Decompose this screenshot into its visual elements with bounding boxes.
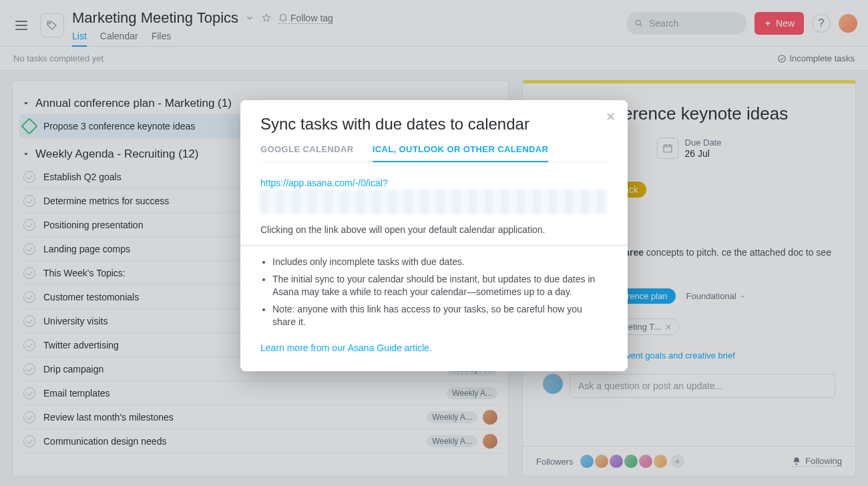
modal-tab-google[interactable]: GOOGLE CALENDAR — [260, 144, 354, 162]
close-icon[interactable]: ✕ — [606, 109, 616, 124]
modal-bullet-list: Includes only incomplete tasks with due … — [272, 256, 608, 329]
guide-article-link[interactable]: Learn more from our Asana Guide article. — [260, 342, 432, 353]
ical-url-link[interactable]: https://app.asana.com/-/0/ical? — [260, 178, 608, 188]
modal-bullet: Includes only incomplete tasks with due … — [272, 256, 608, 269]
modal-bullet: The initial sync to your calendar should… — [272, 273, 608, 299]
modal-explainer: Clicking on the link above will open you… — [260, 224, 608, 235]
ical-token-obscured — [260, 190, 608, 214]
modal-tab-ical[interactable]: ICAL, OUTLOOK OR OTHER CALENDAR — [373, 144, 549, 162]
sync-calendar-modal: ✕ Sync tasks with due dates to calendar … — [240, 100, 628, 371]
modal-bullet: Note: anyone with this link has access t… — [272, 303, 608, 329]
modal-tabs: GOOGLE CALENDAR ICAL, OUTLOOK OR OTHER C… — [260, 144, 608, 163]
modal-overlay[interactable]: ✕ Sync tasks with due dates to calendar … — [0, 0, 868, 486]
modal-title: Sync tasks with due dates to calendar — [260, 115, 608, 134]
modal-divider — [240, 244, 628, 246]
